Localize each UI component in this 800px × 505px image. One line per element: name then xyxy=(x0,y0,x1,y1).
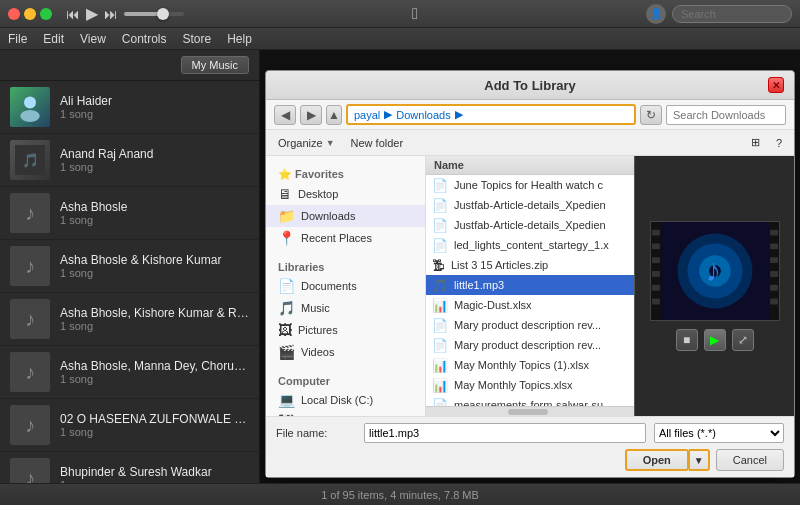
thumb-play-button[interactable]: ▶ xyxy=(704,329,726,351)
forward-button[interactable]: ⏭ xyxy=(104,6,118,22)
artist-thumbnail: ♪ xyxy=(10,405,50,445)
new-folder-button[interactable]: New folder xyxy=(347,135,408,151)
dialog-buttons-row: Open ▼ Cancel xyxy=(276,449,784,471)
svg-rect-23 xyxy=(770,243,778,249)
thumb-stop-button[interactable]: ■ xyxy=(676,329,698,351)
organize-label: Organize xyxy=(278,137,323,149)
organize-button[interactable]: Organize ▼ xyxy=(274,135,339,151)
play-button[interactable]: ▶ xyxy=(86,4,98,23)
dialog-titlebar: Add To Library ✕ xyxy=(266,71,794,100)
thumbnail-area: ♪ xyxy=(634,156,794,416)
sidebar-item-recent[interactable]: 📍 Recent Places xyxy=(266,227,425,249)
breadcrumb-part-payal[interactable]: payal xyxy=(354,109,380,121)
sidebar-item-music[interactable]: 🎵 Music xyxy=(266,297,425,319)
file-list-header: Name xyxy=(426,156,634,175)
file-item[interactable]: 📄Justfab-Article-details_Xpedien xyxy=(426,195,634,215)
artist-songs: 1 song xyxy=(60,320,249,332)
desktop-icon: 🖥 xyxy=(278,186,292,202)
menu-edit[interactable]: Edit xyxy=(43,32,64,46)
list-item[interactable]: Ali Haider 1 song xyxy=(0,81,259,134)
list-item[interactable]: ♪ Asha Bhosle, Manna Dey, Chorus, Moh...… xyxy=(0,346,259,399)
minimize-button[interactable] xyxy=(24,8,36,20)
thumb-expand-button[interactable]: ⤢ xyxy=(732,329,754,351)
filename-input[interactable] xyxy=(364,423,646,443)
refresh-button[interactable]: ↻ xyxy=(640,105,662,125)
user-area: 👤 xyxy=(646,4,792,24)
top-bar: ⏮ ▶ ⏭  👤 xyxy=(0,0,800,28)
volume-slider[interactable] xyxy=(124,12,184,16)
cancel-button[interactable]: Cancel xyxy=(716,449,784,471)
up-button[interactable]: ▲ xyxy=(326,105,342,125)
artist-songs: 1 song xyxy=(60,214,249,226)
left-panel: ⭐ Favorites 🖥 Desktop 📁 Downloads xyxy=(266,156,426,416)
open-button-group: Open ▼ xyxy=(625,449,710,471)
file-icon: 📄 xyxy=(432,318,448,333)
file-item[interactable]: 📄June Topics for Health watch c xyxy=(426,175,634,195)
breadcrumb-part-downloads[interactable]: Downloads xyxy=(396,109,450,121)
user-icon[interactable]: 👤 xyxy=(646,4,666,24)
file-icon: 📊 xyxy=(432,378,448,393)
list-item[interactable]: ♪ Asha Bhosle & Kishore Kumar 1 song xyxy=(0,240,259,293)
right-panel: Name 📄June Topics for Health watch c📄Jus… xyxy=(426,156,634,416)
file-icon: 🎵 xyxy=(432,278,448,293)
file-name: June Topics for Health watch c xyxy=(454,179,603,191)
back-button[interactable]: ◀ xyxy=(274,105,296,125)
svg-text:🎵: 🎵 xyxy=(22,152,39,169)
menu-help[interactable]: Help xyxy=(227,32,252,46)
favorites-section-label: ⭐ Favorites xyxy=(266,164,425,183)
artist-info: Asha Bhosle, Kishore Kumar & R.D. Bur...… xyxy=(60,306,249,332)
sidebar-item-pictures[interactable]: 🖼 Pictures xyxy=(266,319,425,341)
open-dropdown-button[interactable]: ▼ xyxy=(689,449,710,471)
file-item[interactable]: 📄Justfab-Article-details_Xpedien xyxy=(426,215,634,235)
file-item[interactable]: 🗜List 3 15 Articles.zip xyxy=(426,255,634,275)
my-music-button[interactable]: My Music xyxy=(181,56,249,74)
svg-point-0 xyxy=(24,97,36,109)
file-item[interactable]: 📄Mary product description rev... xyxy=(426,315,634,335)
horizontal-scrollbar[interactable] xyxy=(426,406,634,416)
svg-text:♪: ♪ xyxy=(705,252,721,288)
file-item[interactable]: 📊Magic-Dust.xlsx xyxy=(426,295,634,315)
artist-info: Asha Bhosle & Kishore Kumar 1 song xyxy=(60,253,249,279)
sidebar-item-documents[interactable]: 📄 Documents xyxy=(266,275,425,297)
file-item[interactable]: 📄Mary product description rev... xyxy=(426,335,634,355)
content-area: My Music Ali Haider 1 song 🎵 Anand Raj A… xyxy=(0,50,800,483)
sidebar-item-desktop[interactable]: 🖥 Desktop xyxy=(266,183,425,205)
music-icon: 🎵 xyxy=(278,300,295,316)
open-button[interactable]: Open xyxy=(625,449,689,471)
search-input[interactable] xyxy=(672,5,792,23)
list-item[interactable]: ♪ 02 O HASEENA ZULFONWALE JANE 1 song xyxy=(0,399,259,452)
list-item[interactable]: ♪ Bhupinder & Suresh Wadkar 1 song xyxy=(0,452,259,483)
maximize-button[interactable] xyxy=(40,8,52,20)
rewind-button[interactable]: ⏮ xyxy=(66,6,80,22)
svg-rect-22 xyxy=(770,230,778,236)
sidebar-item-local-disk[interactable]: 💻 Local Disk (C:) xyxy=(266,389,425,411)
close-button[interactable] xyxy=(8,8,20,20)
file-item[interactable]: 📄measurements-form-salwar-su xyxy=(426,395,634,406)
file-item[interactable]: 📊May Monthly Topics (1).xlsx xyxy=(426,355,634,375)
forward-button[interactable]: ▶ xyxy=(300,105,322,125)
menu-view[interactable]: View xyxy=(80,32,106,46)
sidebar-item-videos[interactable]: 🎬 Videos xyxy=(266,341,425,363)
menu-store[interactable]: Store xyxy=(183,32,212,46)
file-search-input[interactable] xyxy=(666,105,786,125)
menu-controls[interactable]: Controls xyxy=(122,32,167,46)
videos-icon: 🎬 xyxy=(278,344,295,360)
file-item[interactable]: 📊May Monthly Topics.xlsx xyxy=(426,375,634,395)
dialog-body: ⭐ Favorites 🖥 Desktop 📁 Downloads xyxy=(266,156,794,416)
help-button[interactable]: ? xyxy=(772,135,786,151)
sidebar-item-downloads[interactable]: 📁 Downloads xyxy=(266,205,425,227)
list-item[interactable]: ♪ Asha Bhosle 1 song xyxy=(0,187,259,240)
file-item[interactable]: 🎵little1.mp3 xyxy=(426,275,634,295)
file-name: little1.mp3 xyxy=(454,279,504,291)
file-icon: 📊 xyxy=(432,358,448,373)
sidebar: My Music Ali Haider 1 song 🎵 Anand Raj A… xyxy=(0,50,260,483)
breadcrumb-path: payal ▶ Downloads ▶ xyxy=(346,104,636,125)
artist-thumbnail: ♪ xyxy=(10,246,50,286)
menu-file[interactable]: File xyxy=(8,32,27,46)
dialog-close-button[interactable]: ✕ xyxy=(768,77,784,93)
list-item[interactable]: ♪ Asha Bhosle, Kishore Kumar & R.D. Bur.… xyxy=(0,293,259,346)
filetype-select[interactable]: All files (*.*) xyxy=(654,423,784,443)
view-button[interactable]: ⊞ xyxy=(747,134,764,151)
file-item[interactable]: 📄led_lights_content_startegy_1.x xyxy=(426,235,634,255)
list-item[interactable]: 🎵 Anand Raj Anand 1 song xyxy=(0,134,259,187)
